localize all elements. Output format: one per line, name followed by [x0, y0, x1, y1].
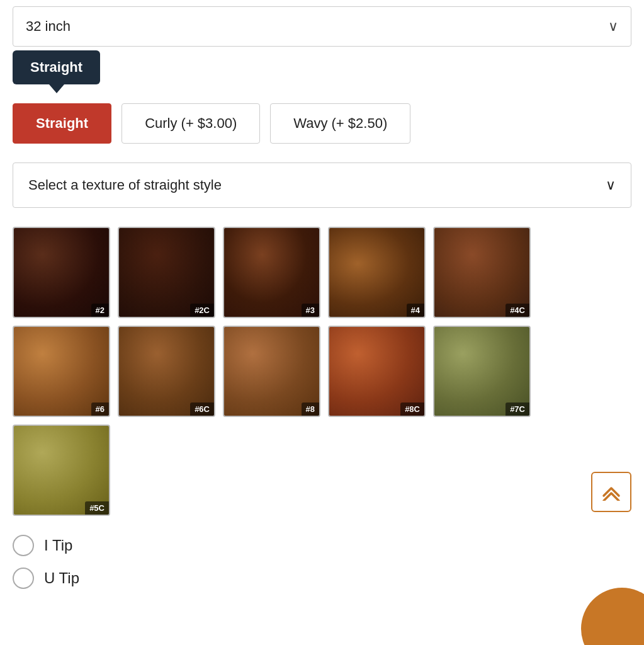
- swatch-label-3: #3: [302, 304, 319, 317]
- bottom-section: I Tip U Tip: [0, 535, 644, 645]
- swatch-label-7c: #7C: [506, 402, 529, 416]
- radio-circle-itip: [13, 535, 34, 556]
- radio-itip-label: I Tip: [44, 537, 72, 554]
- swatch-label-5c: #5C: [85, 501, 109, 515]
- style-btn-straight[interactable]: Straight: [13, 103, 111, 144]
- length-dropdown[interactable]: 32 inch ∨: [13, 6, 631, 47]
- texture-placeholder: Select a texture of straight style: [28, 177, 222, 193]
- swatch-label-4: #4: [407, 304, 424, 317]
- radio-circle-utip: [13, 568, 34, 589]
- double-chevron-up-icon: [601, 483, 621, 501]
- orange-circle-decoration: [581, 588, 644, 645]
- radio-utip-label: U Tip: [44, 569, 79, 587]
- length-chevron-icon: ∨: [608, 18, 618, 35]
- color-swatch-8[interactable]: #8: [223, 326, 320, 417]
- color-swatch-3[interactable]: #3: [223, 227, 320, 318]
- color-swatch-7c[interactable]: #7C: [433, 326, 531, 417]
- radio-itip[interactable]: I Tip: [13, 535, 631, 556]
- swatch-label-6: #6: [91, 402, 109, 416]
- radio-utip[interactable]: U Tip: [13, 568, 631, 589]
- style-btn-wavy[interactable]: Wavy (+ $2.50): [270, 103, 410, 144]
- tooltip-label: Straight: [30, 59, 82, 75]
- swatch-label-8: #8: [302, 402, 319, 416]
- color-swatch-2c[interactable]: #2C: [118, 227, 215, 318]
- texture-chevron-icon: ∨: [606, 177, 616, 193]
- color-swatch-2[interactable]: #2: [13, 227, 110, 318]
- style-options: Straight Curly (+ $3.00) Wavy (+ $2.50): [13, 103, 631, 144]
- swatch-label-2c: #2C: [190, 304, 214, 317]
- color-swatch-8c[interactable]: #8C: [328, 326, 426, 417]
- length-value: 32 inch: [26, 18, 71, 35]
- swatch-label-2: #2: [91, 304, 109, 317]
- swatch-label-6c: #6C: [190, 402, 214, 416]
- tooltip-container: Straight: [13, 50, 100, 84]
- color-swatch-6[interactable]: #6: [13, 326, 110, 417]
- scroll-top-button[interactable]: [591, 472, 631, 512]
- swatch-label-4c: #4C: [506, 304, 529, 317]
- color-swatch-5c[interactable]: #5C: [13, 425, 110, 516]
- tip-options: I Tip U Tip: [13, 535, 631, 589]
- color-swatch-4[interactable]: #4: [328, 227, 426, 318]
- color-swatch-4c[interactable]: #4C: [433, 227, 531, 318]
- texture-dropdown[interactable]: Select a texture of straight style ∨: [13, 163, 631, 208]
- style-btn-curly[interactable]: Curly (+ $3.00): [121, 103, 260, 144]
- tooltip-box: Straight: [13, 50, 100, 84]
- swatch-label-8c: #8C: [400, 402, 424, 416]
- color-swatch-6c[interactable]: #6C: [118, 326, 215, 417]
- color-grid: #2#2C#3#4#4C#6#6C#8#8C#7C#5C: [13, 227, 631, 516]
